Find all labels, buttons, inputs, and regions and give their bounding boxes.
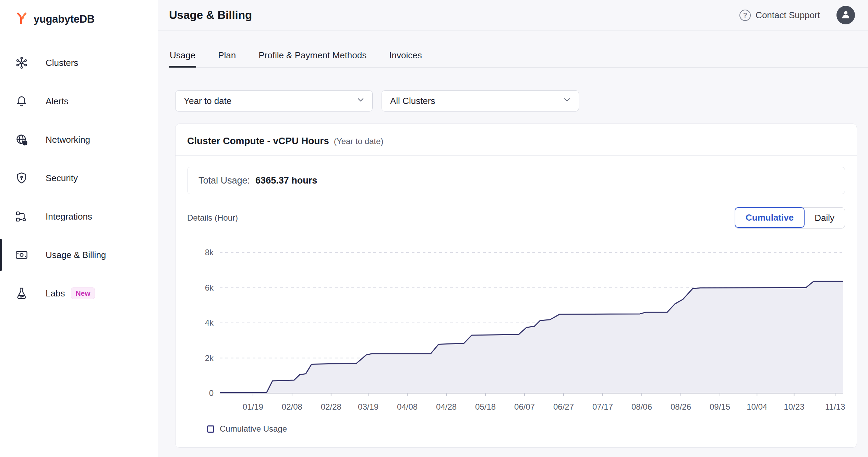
svg-text:06/27: 06/27 (553, 402, 574, 411)
brand-name: yugabyteDB (34, 13, 95, 25)
sidebar-item-networking[interactable]: Networking (0, 120, 158, 159)
view-toggle: CumulativeDaily (735, 207, 845, 228)
top-header: Usage & Billing ? Contact Support (158, 0, 868, 31)
user-avatar[interactable] (836, 6, 855, 24)
new-badge: New (71, 288, 95, 299)
svg-text:03/19: 03/19 (358, 402, 378, 411)
date-range-value: Year to date (184, 96, 231, 106)
svg-text:2k: 2k (205, 353, 214, 363)
brand-logo: yugabyteDB (0, 0, 158, 28)
svg-text:08/06: 08/06 (631, 402, 652, 411)
tab-plan[interactable]: Plan (217, 43, 237, 67)
svg-text:11/13: 11/13 (825, 402, 845, 411)
sidebar: yugabyteDB ClustersAlertsNetworkingSecur… (0, 0, 158, 457)
contact-support-button[interactable]: ? Contact Support (739, 10, 820, 21)
svg-text:04/08: 04/08 (397, 402, 418, 411)
billing-tabs: UsagePlanProfile & Payment MethodsInvoic… (169, 43, 868, 68)
alerts-icon (15, 94, 28, 108)
usage-billing-icon (15, 248, 28, 262)
sidebar-item-label: Security (46, 173, 78, 184)
sidebar-item-labs[interactable]: LabsNew (0, 274, 158, 313)
tab-profile-payment-methods[interactable]: Profile & Payment Methods (258, 43, 367, 67)
svg-text:02/28: 02/28 (321, 402, 341, 411)
contact-support-label: Contact Support (756, 10, 820, 21)
card-subtitle: (Year to date) (334, 137, 384, 146)
chevron-down-icon (562, 95, 572, 107)
sidebar-item-label: Alerts (46, 96, 68, 107)
cumulative-toggle-button[interactable]: Cumulative (735, 207, 805, 228)
svg-text:06/07: 06/07 (514, 402, 535, 411)
daily-toggle-button[interactable]: Daily (804, 208, 845, 228)
tab-invoices[interactable]: Invoices (388, 43, 422, 67)
details-label: Details (Hour) (187, 213, 238, 223)
chevron-down-icon (356, 95, 365, 107)
svg-text:05/18: 05/18 (475, 402, 496, 411)
help-icon: ? (739, 10, 751, 21)
legend-checkbox[interactable] (207, 425, 214, 433)
svg-text:09/15: 09/15 (710, 402, 730, 411)
sidebar-item-clusters[interactable]: Clusters (0, 44, 158, 82)
page-title: Usage & Billing (169, 9, 252, 22)
svg-text:04/28: 04/28 (436, 402, 457, 411)
cumulative-usage-area-chart: 02k4k6k8k01/1902/0802/2803/1904/0804/280… (187, 242, 846, 421)
card-title: Cluster Compute - vCPU Hours (187, 136, 329, 147)
svg-text:6k: 6k (205, 283, 214, 292)
user-icon (840, 8, 852, 22)
svg-text:08/26: 08/26 (671, 402, 691, 411)
legend-label: Cumulative Usage (220, 424, 287, 434)
networking-icon (15, 133, 28, 147)
sidebar-item-label: Clusters (46, 58, 78, 68)
svg-text:8k: 8k (205, 248, 214, 257)
total-usage-value: 6365.37 hours (255, 175, 317, 186)
tab-usage[interactable]: Usage (169, 43, 196, 67)
svg-text:02/08: 02/08 (282, 402, 302, 411)
sidebar-item-label: Usage & Billing (46, 250, 106, 260)
sidebar-item-usage-billing[interactable]: Usage & Billing (0, 236, 158, 274)
sidebar-nav: ClustersAlertsNetworkingSecurityIntegrat… (0, 44, 158, 313)
cluster-select[interactable]: All Clusters (382, 90, 579, 112)
sidebar-item-label: Integrations (46, 211, 92, 222)
labs-icon (15, 286, 28, 300)
security-icon (15, 171, 28, 185)
date-range-select[interactable]: Year to date (175, 90, 373, 112)
sidebar-item-alerts[interactable]: Alerts (0, 82, 158, 120)
clusters-icon (15, 56, 28, 70)
total-usage-label: Total Usage: (198, 175, 250, 186)
total-usage-box: Total Usage: 6365.37 hours (187, 167, 845, 194)
svg-text:10/23: 10/23 (784, 402, 804, 411)
svg-text:07/17: 07/17 (592, 402, 613, 411)
sidebar-item-security[interactable]: Security (0, 159, 158, 197)
sidebar-item-integrations[interactable]: Integrations (0, 197, 158, 236)
chart-legend: Cumulative Usage (187, 424, 845, 434)
sidebar-item-label: Networking (46, 134, 90, 145)
svg-text:10/04: 10/04 (747, 402, 767, 411)
svg-text:0: 0 (209, 388, 214, 398)
sidebar-item-label: Labs (46, 288, 65, 299)
usage-card: Cluster Compute - vCPU Hours (Year to da… (175, 124, 857, 448)
svg-text:4k: 4k (205, 318, 214, 327)
usage-chart: 02k4k6k8k01/1902/0802/2803/1904/0804/280… (187, 242, 845, 422)
yugabyte-logo-icon (14, 11, 29, 27)
filter-bar: Year to date All Clusters (175, 90, 857, 112)
integrations-icon (15, 210, 28, 223)
cluster-select-value: All Clusters (390, 96, 435, 106)
svg-text:01/19: 01/19 (243, 402, 263, 411)
